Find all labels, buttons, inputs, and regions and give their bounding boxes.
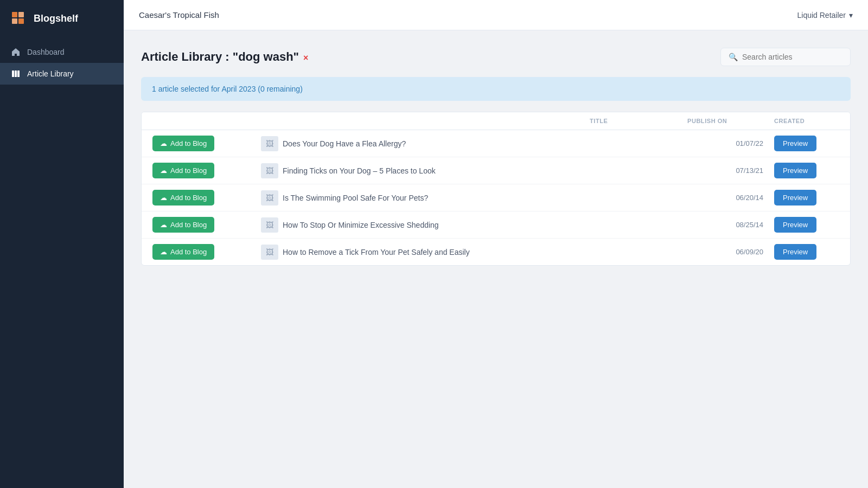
sidebar-item-dashboard[interactable]: Dashboard <box>0 41 124 63</box>
svg-rect-0 <box>12 12 17 17</box>
sidebar-nav: Dashboard Article Library <box>0 37 124 89</box>
table-row: ☁ Add to Blog 🖼 Does Your Dog Have a Fle… <box>142 130 850 157</box>
article-table: TITLE PUBLISH ON CREATED ☁ Add to Blog 🖼… <box>141 112 851 266</box>
preview-button-2[interactable]: Preview <box>774 163 816 178</box>
article-thumb-5: 🖼 <box>261 245 278 260</box>
app-name: Blogshelf <box>34 13 78 24</box>
header-title: TITLE <box>590 118 687 124</box>
article-thumb-2: 🖼 <box>261 163 278 178</box>
preview-button-1[interactable]: Preview <box>774 136 816 151</box>
article-title-1: Does Your Dog Have a Flea Allergy? <box>283 139 590 148</box>
article-title-4: How To Stop Or Minimize Excessive Sheddi… <box>283 221 590 229</box>
article-created-4: 08/25/14 <box>687 221 774 229</box>
search-input[interactable] <box>742 53 843 61</box>
svg-rect-4 <box>12 70 14 77</box>
upload-icon: ☁ <box>160 221 167 229</box>
svg-rect-5 <box>15 70 17 77</box>
add-to-blog-cell-2: ☁ Add to Blog <box>152 163 261 178</box>
header-thumb <box>261 118 590 124</box>
svg-rect-6 <box>17 70 20 77</box>
add-to-blog-button-1[interactable]: ☁ Add to Blog <box>152 136 214 151</box>
preview-cell-5: Preview <box>774 244 839 260</box>
add-to-blog-cell-4: ☁ Add to Blog <box>152 217 261 233</box>
search-box: 🔍 <box>720 48 851 66</box>
content-area: Article Library : "dog wash"× 🔍 1 articl… <box>124 30 868 488</box>
article-title-2: Finding Ticks on Your Dog – 5 Places to … <box>283 166 590 175</box>
add-to-blog-button-5[interactable]: ☁ Add to Blog <box>152 244 214 260</box>
library-icon <box>11 69 21 79</box>
user-menu[interactable]: Liquid Retailer ▾ <box>797 11 853 20</box>
topbar: Caesar's Tropical Fish Liquid Retailer ▾ <box>124 0 868 30</box>
header-publish-on: PUBLISH ON <box>687 118 774 124</box>
add-to-blog-cell-1: ☁ Add to Blog <box>152 136 261 151</box>
logo: Blogshelf <box>0 0 124 37</box>
add-to-blog-cell-5: ☁ Add to Blog <box>152 244 261 260</box>
sidebar: Blogshelf Dashboard Article Library <box>0 0 124 488</box>
home-icon <box>11 47 21 57</box>
upload-icon: ☁ <box>160 166 167 175</box>
search-icon: 🔍 <box>729 53 738 61</box>
svg-rect-3 <box>18 18 24 24</box>
info-banner: 1 article selected for April 2023 (0 rem… <box>141 77 851 101</box>
svg-rect-1 <box>18 12 24 17</box>
table-header: TITLE PUBLISH ON CREATED <box>142 112 850 130</box>
add-to-blog-label-3: Add to Blog <box>170 194 207 202</box>
add-to-blog-button-2[interactable]: ☁ Add to Blog <box>152 163 214 178</box>
add-to-blog-label-1: Add to Blog <box>170 139 207 147</box>
page-title-prefix: Article Library : <box>141 50 233 63</box>
add-to-blog-button-3[interactable]: ☁ Add to Blog <box>152 190 214 206</box>
article-created-5: 06/09/20 <box>687 248 774 256</box>
main-content: Caesar's Tropical Fish Liquid Retailer ▾… <box>124 0 868 488</box>
upload-icon: ☁ <box>160 194 167 202</box>
article-created-3: 06/20/14 <box>687 194 774 202</box>
article-thumb-4: 🖼 <box>261 217 278 233</box>
article-thumb-1: 🖼 <box>261 136 278 151</box>
client-name: Caesar's Tropical Fish <box>139 10 219 20</box>
article-library-label: Article Library <box>27 69 74 78</box>
article-title-5: How to Remove a Tick From Your Pet Safel… <box>283 248 590 256</box>
table-row: ☁ Add to Blog 🖼 How To Stop Or Minimize … <box>142 211 850 239</box>
preview-button-3[interactable]: Preview <box>774 190 816 206</box>
add-to-blog-label-5: Add to Blog <box>170 248 207 256</box>
preview-button-5[interactable]: Preview <box>774 244 816 260</box>
article-created-1: 01/07/22 <box>687 139 774 147</box>
header-actions <box>152 118 261 124</box>
article-title-3: Is The Swimming Pool Safe For Your Pets? <box>283 194 590 202</box>
page-title: Article Library : "dog wash"× <box>141 50 308 64</box>
page-header: Article Library : "dog wash"× 🔍 <box>141 48 851 66</box>
dashboard-label: Dashboard <box>27 48 65 56</box>
table-row: ☁ Add to Blog 🖼 Finding Ticks on Your Do… <box>142 157 850 184</box>
article-created-2: 07/13/21 <box>687 166 774 175</box>
add-to-blog-label-4: Add to Blog <box>170 221 207 229</box>
clear-search-button[interactable]: × <box>303 53 308 62</box>
search-query: "dog wash" <box>233 50 299 63</box>
logo-icon <box>11 10 28 27</box>
header-created: CREATED <box>774 118 839 124</box>
add-to-blog-button-4[interactable]: ☁ Add to Blog <box>152 217 214 233</box>
preview-cell-2: Preview <box>774 163 839 178</box>
upload-icon: ☁ <box>160 139 167 147</box>
preview-cell-3: Preview <box>774 190 839 206</box>
chevron-down-icon: ▾ <box>849 11 853 20</box>
svg-rect-2 <box>12 18 17 24</box>
table-row: ☁ Add to Blog 🖼 Is The Swimming Pool Saf… <box>142 184 850 211</box>
upload-icon: ☁ <box>160 248 167 256</box>
preview-cell-4: Preview <box>774 217 839 233</box>
user-name: Liquid Retailer <box>797 11 846 20</box>
preview-cell-1: Preview <box>774 136 839 151</box>
preview-button-4[interactable]: Preview <box>774 217 816 233</box>
sidebar-item-article-library[interactable]: Article Library <box>0 63 124 85</box>
article-thumb-3: 🖼 <box>261 190 278 206</box>
banner-text: 1 article selected for April 2023 (0 rem… <box>152 85 303 93</box>
add-to-blog-cell-3: ☁ Add to Blog <box>152 190 261 206</box>
add-to-blog-label-2: Add to Blog <box>170 166 207 175</box>
table-row: ☁ Add to Blog 🖼 How to Remove a Tick Fro… <box>142 239 850 265</box>
